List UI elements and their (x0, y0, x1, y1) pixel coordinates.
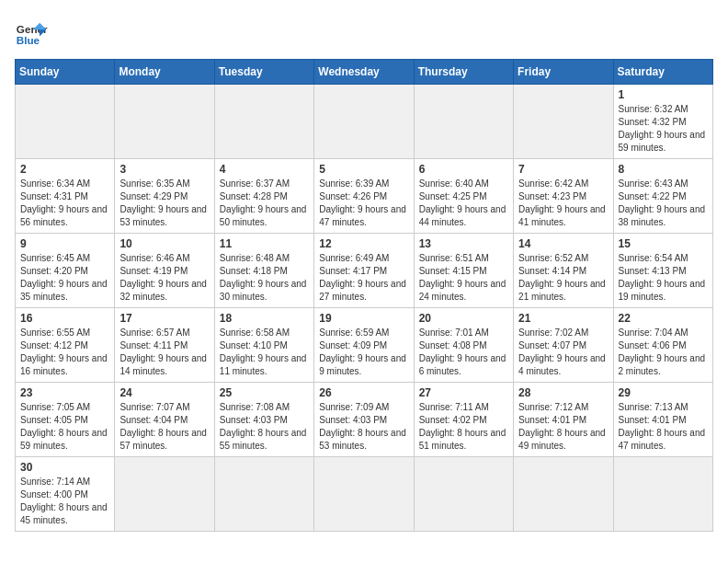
day-info: Sunrise: 6:46 AM Sunset: 4:19 PM Dayligh… (119, 252, 209, 304)
calendar-cell (115, 457, 214, 532)
calendar-cell (514, 457, 613, 532)
day-info: Sunrise: 7:12 AM Sunset: 4:01 PM Dayligh… (518, 401, 608, 453)
calendar-week-row: 2Sunrise: 6:34 AM Sunset: 4:31 PM Daylig… (16, 159, 713, 234)
day-info: Sunrise: 7:05 AM Sunset: 4:05 PM Dayligh… (20, 401, 109, 453)
calendar-cell: 19Sunrise: 6:59 AM Sunset: 4:09 PM Dayli… (314, 308, 414, 383)
day-number: 15 (619, 237, 708, 250)
day-number: 30 (20, 461, 109, 474)
calendar-header-row: SundayMondayTuesdayWednesdayThursdayFrid… (16, 60, 713, 85)
day-info: Sunrise: 7:13 AM Sunset: 4:01 PM Dayligh… (619, 401, 708, 453)
calendar-cell: 27Sunrise: 7:11 AM Sunset: 4:02 PM Dayli… (414, 383, 513, 457)
calendar-cell: 13Sunrise: 6:51 AM Sunset: 4:15 PM Dayli… (414, 234, 513, 308)
svg-text:Blue: Blue (17, 34, 40, 46)
day-info: Sunrise: 6:37 AM Sunset: 4:28 PM Dayligh… (220, 178, 309, 229)
calendar-cell (214, 85, 313, 159)
logo: General Blue (15, 15, 48, 48)
day-info: Sunrise: 6:54 AM Sunset: 4:13 PM Dayligh… (619, 252, 708, 304)
day-number: 3 (119, 163, 209, 176)
calendar-cell: 21Sunrise: 7:02 AM Sunset: 4:07 PM Dayli… (514, 308, 613, 383)
day-info: Sunrise: 6:59 AM Sunset: 4:09 PM Dayligh… (319, 327, 408, 378)
day-number: 11 (220, 237, 309, 250)
calendar-cell: 20Sunrise: 7:01 AM Sunset: 4:08 PM Dayli… (414, 308, 513, 383)
day-info: Sunrise: 7:14 AM Sunset: 4:00 PM Dayligh… (20, 476, 109, 527)
day-number: 7 (518, 163, 608, 176)
day-number: 2 (20, 163, 109, 176)
day-info: Sunrise: 6:39 AM Sunset: 4:26 PM Dayligh… (319, 178, 408, 229)
day-number: 6 (419, 163, 508, 176)
calendar-cell (314, 85, 414, 159)
calendar-cell (214, 457, 313, 532)
header-day-tuesday: Tuesday (214, 60, 313, 85)
calendar-cell: 23Sunrise: 7:05 AM Sunset: 4:05 PM Dayli… (16, 383, 115, 457)
day-number: 1 (619, 88, 708, 101)
calendar-cell: 17Sunrise: 6:57 AM Sunset: 4:11 PM Dayli… (115, 308, 214, 383)
calendar-cell: 30Sunrise: 7:14 AM Sunset: 4:00 PM Dayli… (16, 457, 115, 532)
day-info: Sunrise: 7:04 AM Sunset: 4:06 PM Dayligh… (619, 327, 708, 378)
calendar-cell: 24Sunrise: 7:07 AM Sunset: 4:04 PM Dayli… (115, 383, 214, 457)
calendar-cell: 22Sunrise: 7:04 AM Sunset: 4:06 PM Dayli… (613, 308, 712, 383)
calendar-cell: 5Sunrise: 6:39 AM Sunset: 4:26 PM Daylig… (314, 159, 414, 234)
header-day-thursday: Thursday (414, 60, 513, 85)
page-header: General Blue (15, 15, 713, 48)
day-number: 28 (518, 386, 608, 399)
calendar-cell: 18Sunrise: 6:58 AM Sunset: 4:10 PM Dayli… (214, 308, 313, 383)
calendar-week-row: 16Sunrise: 6:55 AM Sunset: 4:12 PM Dayli… (16, 308, 713, 383)
day-info: Sunrise: 7:02 AM Sunset: 4:07 PM Dayligh… (518, 327, 608, 378)
day-number: 17 (119, 312, 209, 325)
header-day-friday: Friday (514, 60, 613, 85)
calendar-cell: 2Sunrise: 6:34 AM Sunset: 4:31 PM Daylig… (16, 159, 115, 234)
day-number: 10 (119, 237, 209, 250)
calendar-cell: 15Sunrise: 6:54 AM Sunset: 4:13 PM Dayli… (613, 234, 712, 308)
calendar-table: SundayMondayTuesdayWednesdayThursdayFrid… (15, 59, 713, 532)
calendar-cell (414, 457, 513, 532)
calendar-cell (414, 85, 513, 159)
calendar-cell (314, 457, 414, 532)
day-number: 4 (220, 163, 309, 176)
header-day-saturday: Saturday (613, 60, 712, 85)
day-number: 14 (518, 237, 608, 250)
calendar-week-row: 1Sunrise: 6:32 AM Sunset: 4:32 PM Daylig… (16, 85, 713, 159)
day-info: Sunrise: 6:43 AM Sunset: 4:22 PM Dayligh… (619, 178, 708, 229)
day-number: 21 (518, 312, 608, 325)
day-info: Sunrise: 6:55 AM Sunset: 4:12 PM Dayligh… (20, 327, 109, 378)
day-info: Sunrise: 6:42 AM Sunset: 4:23 PM Dayligh… (518, 178, 608, 229)
day-info: Sunrise: 6:57 AM Sunset: 4:11 PM Dayligh… (119, 327, 209, 378)
day-number: 29 (619, 386, 708, 399)
day-number: 22 (619, 312, 708, 325)
calendar-cell: 25Sunrise: 7:08 AM Sunset: 4:03 PM Dayli… (214, 383, 313, 457)
calendar-week-row: 30Sunrise: 7:14 AM Sunset: 4:00 PM Dayli… (16, 457, 713, 532)
calendar-cell: 6Sunrise: 6:40 AM Sunset: 4:25 PM Daylig… (414, 159, 513, 234)
day-info: Sunrise: 7:07 AM Sunset: 4:04 PM Dayligh… (119, 401, 209, 453)
calendar-cell: 10Sunrise: 6:46 AM Sunset: 4:19 PM Dayli… (115, 234, 214, 308)
calendar-week-row: 9Sunrise: 6:45 AM Sunset: 4:20 PM Daylig… (16, 234, 713, 308)
day-info: Sunrise: 6:45 AM Sunset: 4:20 PM Dayligh… (20, 252, 109, 304)
calendar-cell: 11Sunrise: 6:48 AM Sunset: 4:18 PM Dayli… (214, 234, 313, 308)
calendar-cell: 7Sunrise: 6:42 AM Sunset: 4:23 PM Daylig… (514, 159, 613, 234)
day-info: Sunrise: 7:11 AM Sunset: 4:02 PM Dayligh… (419, 401, 508, 453)
day-number: 18 (220, 312, 309, 325)
day-number: 19 (319, 312, 408, 325)
day-info: Sunrise: 6:58 AM Sunset: 4:10 PM Dayligh… (220, 327, 309, 378)
day-info: Sunrise: 6:35 AM Sunset: 4:29 PM Dayligh… (119, 178, 209, 229)
day-info: Sunrise: 6:32 AM Sunset: 4:32 PM Dayligh… (619, 103, 708, 155)
day-number: 23 (20, 386, 109, 399)
day-number: 13 (419, 237, 508, 250)
day-info: Sunrise: 6:48 AM Sunset: 4:18 PM Dayligh… (220, 252, 309, 304)
day-info: Sunrise: 7:09 AM Sunset: 4:03 PM Dayligh… (319, 401, 408, 453)
day-number: 16 (20, 312, 109, 325)
calendar-cell: 29Sunrise: 7:13 AM Sunset: 4:01 PM Dayli… (613, 383, 712, 457)
calendar-cell: 14Sunrise: 6:52 AM Sunset: 4:14 PM Dayli… (514, 234, 613, 308)
day-info: Sunrise: 6:49 AM Sunset: 4:17 PM Dayligh… (319, 252, 408, 304)
calendar-cell (514, 85, 613, 159)
calendar-cell (16, 85, 115, 159)
day-info: Sunrise: 6:40 AM Sunset: 4:25 PM Dayligh… (419, 178, 508, 229)
calendar-cell: 16Sunrise: 6:55 AM Sunset: 4:12 PM Dayli… (16, 308, 115, 383)
day-info: Sunrise: 6:51 AM Sunset: 4:15 PM Dayligh… (419, 252, 508, 304)
day-number: 20 (419, 312, 508, 325)
calendar-cell: 28Sunrise: 7:12 AM Sunset: 4:01 PM Dayli… (514, 383, 613, 457)
calendar-cell (115, 85, 214, 159)
header-day-sunday: Sunday (16, 60, 115, 85)
day-number: 12 (319, 237, 408, 250)
calendar-cell (613, 457, 712, 532)
calendar-cell: 8Sunrise: 6:43 AM Sunset: 4:22 PM Daylig… (613, 159, 712, 234)
